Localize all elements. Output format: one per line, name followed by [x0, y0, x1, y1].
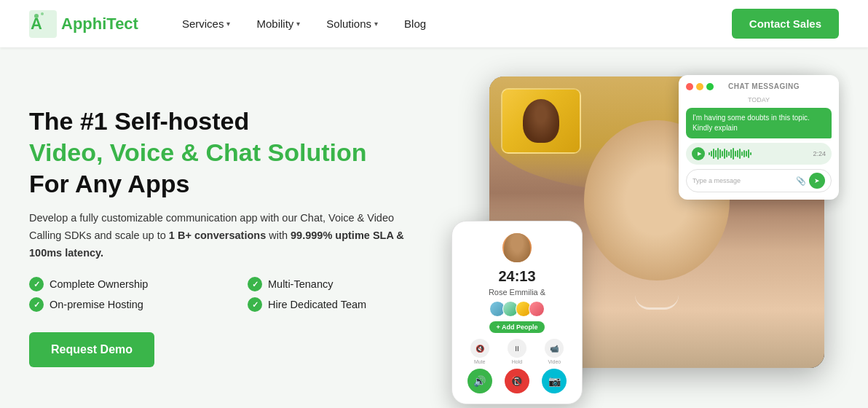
hold-control[interactable]: ⏸ Hold [508, 339, 526, 364]
services-dropdown-arrow: ▾ [226, 20, 230, 28]
request-demo-button[interactable]: Request Demo [29, 332, 154, 367]
phone-call-frame: 24:13 Rose Emmilia & + Add People 🔇 Mute [451, 221, 583, 404]
mute-button[interactable]: 🔇 [470, 339, 489, 358]
dot-yellow [696, 83, 703, 90]
phone-controls: 🔇 Mute ⏸ Hold 📹 Video [461, 339, 573, 364]
video-control[interactable]: 📹 Video [545, 339, 564, 364]
logo-text: ApphiTect [61, 15, 138, 34]
features-grid: Complete Ownership Multi-Tenancy On-prem… [29, 277, 437, 312]
check-icon-3 [29, 297, 44, 312]
chat-panel: CHAT MESSAGING TODAY I'm having some dou… [679, 75, 839, 200]
feature-hire-team: Hire Dedicated Team [248, 297, 437, 312]
feature-multi-tenancy: Multi-Tenancy [248, 277, 437, 291]
chat-input-area[interactable]: Type a message 📎 [686, 169, 832, 192]
nav-item-services[interactable]: Services ▾ [182, 17, 231, 30]
phone-avatar-row [461, 232, 573, 264]
caller-avatar-img [504, 232, 530, 263]
add-people-button[interactable]: + Add People [489, 321, 545, 333]
call-duration: 24:13 [461, 268, 573, 285]
window-dots [686, 83, 714, 90]
speaker-button[interactable]: 🔊 [467, 369, 492, 393]
dot-green-window [706, 83, 714, 90]
check-icon-4 [248, 297, 262, 312]
logo-icon: A [29, 10, 58, 38]
hero-title-line1: The #1 Self-hosted [29, 106, 437, 136]
dot-red [686, 83, 693, 90]
hero-content: The #1 Self-hosted Video, Voice & Chat S… [29, 106, 437, 367]
hero-title-line3: For Any Apps [29, 169, 437, 199]
pip-person [523, 99, 559, 143]
svg-point-3 [41, 12, 44, 15]
navbar: A ApphiTect Services ▾ Mobility ▾ Soluti… [0, 0, 868, 47]
hero-visual: CHAT MESSAGING TODAY I'm having some dou… [451, 69, 839, 404]
group-avatars [461, 301, 573, 317]
phone-actions: 🔊 📵 📷 [461, 369, 573, 393]
attachment-icon[interactable]: 📎 [796, 176, 806, 186]
logo[interactable]: A ApphiTect [29, 10, 138, 38]
nav-links: Services ▾ Mobility ▾ Solutions ▾ Blog [182, 17, 732, 30]
chat-input-placeholder: Type a message [693, 177, 793, 184]
camera-button[interactable]: 📷 [542, 369, 567, 393]
contact-sales-button[interactable]: Contact Sales [732, 9, 839, 39]
caller-name: Rose Emmilia & [461, 288, 573, 297]
play-button[interactable] [692, 147, 705, 160]
audio-waveform [709, 146, 809, 161]
check-icon-2 [248, 277, 262, 291]
feature-on-premise: On-premise Hosting [29, 297, 218, 312]
hold-button[interactable]: ⏸ [508, 339, 526, 358]
solutions-dropdown-arrow: ▾ [374, 20, 378, 28]
check-icon-1 [29, 277, 44, 291]
send-button[interactable] [809, 173, 825, 189]
chat-panel-header: CHAT MESSAGING [686, 82, 832, 90]
nav-item-solutions[interactable]: Solutions ▾ [326, 17, 378, 30]
chat-audio-message: 2:24 [686, 143, 832, 165]
chat-panel-title: CHAT MESSAGING [728, 82, 800, 90]
chat-today-label: TODAY [686, 96, 832, 103]
hero-section: The #1 Self-hosted Video, Voice & Chat S… [0, 47, 868, 408]
nav-item-mobility[interactable]: Mobility ▾ [256, 17, 300, 30]
caller-avatar [501, 232, 533, 264]
nav-item-blog[interactable]: Blog [404, 17, 426, 30]
audio-duration: 2:24 [813, 150, 826, 157]
svg-point-2 [34, 14, 39, 18]
mute-control[interactable]: 🔇 Mute [470, 339, 489, 364]
pip-video [501, 88, 581, 154]
video-button[interactable]: 📹 [545, 339, 564, 358]
group-avatar-4 [529, 301, 545, 317]
end-call-button[interactable]: 📵 [505, 369, 529, 393]
hero-title-line2: Video, Voice & Chat Solution [29, 138, 437, 168]
hero-description: Develop a fully customizable communicati… [29, 210, 408, 262]
smile-visual [635, 295, 679, 310]
mobility-dropdown-arrow: ▾ [296, 20, 300, 28]
feature-complete-ownership: Complete Ownership [29, 277, 218, 291]
chat-bubble: I'm having some doubts in this topic. Ki… [686, 108, 832, 138]
